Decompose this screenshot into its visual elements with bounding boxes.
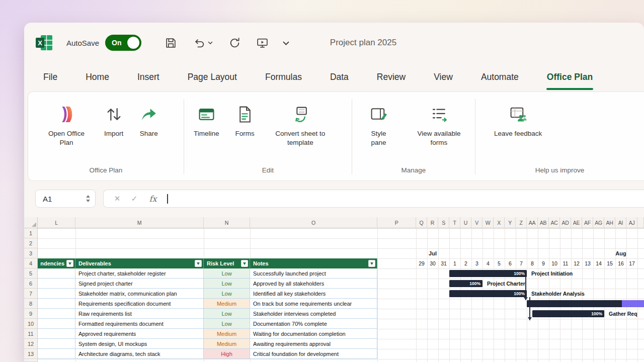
table-cell-risk[interactable]: Medium [204, 329, 250, 339]
gantt-date-15[interactable]: 15 [604, 258, 615, 268]
tab-insert[interactable]: Insert [136, 64, 160, 90]
column-header-Z[interactable]: Z [516, 217, 527, 228]
gantt-date-5[interactable]: 5 [494, 258, 505, 268]
row-header-9[interactable]: 9 [24, 309, 38, 319]
row-header-12[interactable]: 12 [24, 339, 38, 349]
table-cell-risk[interactable]: Medium [204, 299, 250, 309]
gantt-date-31[interactable]: 31 [438, 258, 449, 268]
table-cell-deliverable[interactable]: Approved requirements [75, 329, 204, 339]
ribbon-button-convert-sheet-to-template[interactable]: Convert sheet to template [265, 103, 336, 147]
row-header-6[interactable]: 6 [24, 279, 38, 289]
ribbon-button-share[interactable]: Share [134, 103, 164, 138]
gantt-date-4[interactable]: 4 [482, 258, 494, 268]
filter-dropdown-icon[interactable] [66, 260, 73, 267]
redo-icon[interactable] [228, 37, 241, 49]
table-header-ndencies[interactable]: ndencies [38, 258, 75, 268]
table-header-deliverables[interactable]: Deliverables [75, 258, 204, 268]
column-header-W[interactable]: W [482, 217, 494, 228]
table-cell-notes[interactable]: Waiting for documentation completion [250, 329, 377, 339]
present-icon[interactable] [256, 37, 269, 49]
table-cell-notes[interactable]: Awaiting requirements approval [250, 339, 377, 349]
select-all-corner[interactable] [24, 217, 38, 228]
gantt-date-9[interactable]: 9 [538, 258, 549, 268]
column-header-AF[interactable]: AF [582, 217, 593, 228]
column-header-M[interactable]: M [75, 217, 204, 228]
table-cell-notes[interactable]: On track but some requirements unclear [250, 299, 377, 309]
row-header-8[interactable]: 8 [24, 299, 38, 309]
table-cell-risk[interactable]: Low [204, 319, 250, 329]
name-box-stepper-icon[interactable] [86, 195, 90, 202]
table-cell-risk[interactable]: Low [204, 279, 250, 289]
table-cell-risk[interactable]: Low [204, 309, 250, 319]
filter-dropdown-icon[interactable] [241, 260, 248, 267]
table-cell-dependencies[interactable] [38, 349, 75, 359]
ribbon-button-timeline[interactable]: Timeline [188, 103, 225, 138]
column-header-T[interactable]: T [449, 217, 460, 228]
table-cell-dependencies[interactable] [38, 329, 75, 339]
column-header-X[interactable]: X [494, 217, 505, 228]
table-cell-notes[interactable]: Stakeholder interviews completed [250, 309, 377, 319]
table-cell-risk[interactable]: High [204, 349, 250, 359]
table-cell-risk[interactable]: Low [204, 268, 250, 279]
table-cell-dependencies[interactable] [38, 319, 75, 329]
undo-icon[interactable] [193, 37, 213, 49]
ribbon-button-leave-feedback[interactable]: Leave feedback [489, 103, 547, 138]
ribbon-button-forms[interactable]: Forms [230, 103, 260, 138]
table-cell-notes[interactable]: Approved by all stakeholders [250, 279, 377, 289]
filter-dropdown-icon[interactable] [368, 260, 375, 267]
table-header-notes[interactable]: Notes [250, 258, 377, 268]
column-header-R[interactable]: R [427, 217, 438, 228]
ribbon-button-view-available-forms[interactable]: View available forms [403, 103, 475, 147]
gantt-date-14[interactable]: 14 [593, 258, 604, 268]
gantt-date-29[interactable]: 29 [416, 258, 427, 268]
gantt-date-3[interactable]: 3 [471, 258, 482, 268]
table-cell-risk[interactable]: Low [204, 289, 250, 299]
autosave-toggle[interactable]: On [105, 35, 141, 51]
tab-office-plan[interactable]: Office Plan [546, 64, 594, 90]
save-icon[interactable] [165, 37, 177, 49]
gantt-date-30[interactable]: 30 [427, 258, 438, 268]
column-header-P[interactable]: P [377, 217, 416, 228]
gantt-date-12[interactable]: 12 [571, 258, 582, 268]
gantt-date-16[interactable]: 16 [615, 258, 626, 268]
column-header-AI[interactable]: AI [615, 217, 626, 228]
table-cell-deliverable[interactable]: Stakeholder matrix, communication plan [75, 289, 204, 299]
table-cell-deliverable[interactable]: Formatted requirements document [75, 319, 204, 329]
column-header-AH[interactable]: AH [604, 217, 615, 228]
toolbar-options-chevron-icon[interactable] [282, 39, 290, 47]
column-header-AE[interactable]: AE [571, 217, 582, 228]
table-cell-dependencies[interactable] [38, 339, 75, 349]
table-cell-deliverable[interactable]: Requirements specification document [75, 299, 204, 309]
column-header-AA[interactable]: AA [527, 217, 538, 228]
table-cell-notes[interactable]: Identified all key stakeholders [250, 289, 377, 299]
row-header-7[interactable]: 7 [24, 289, 38, 299]
gantt-date-13[interactable]: 13 [582, 258, 593, 268]
table-cell-dependencies[interactable] [38, 268, 75, 279]
table-cell-risk[interactable]: Medium [204, 339, 250, 349]
column-header-U[interactable]: U [460, 217, 471, 228]
table-cell-dependencies[interactable] [38, 299, 75, 309]
row-header-2[interactable]: 2 [24, 238, 38, 248]
gantt-date-1[interactable]: 1 [449, 258, 460, 268]
row-header-4[interactable]: 4 [24, 258, 38, 268]
tab-home[interactable]: Home [85, 64, 110, 90]
table-cell-deliverable[interactable]: System design, UI mockups [75, 339, 204, 349]
column-header-Q[interactable]: Q [416, 217, 427, 228]
column-header-N[interactable]: N [204, 217, 250, 228]
table-cell-notes[interactable]: Successfully launched project [250, 268, 377, 279]
gantt-date-11[interactable]: 11 [560, 258, 571, 268]
tab-view[interactable]: View [433, 64, 454, 90]
tab-page-layout[interactable]: Page Layout [187, 64, 238, 90]
table-cell-deliverable[interactable]: Signed project charter [75, 279, 204, 289]
enter-icon[interactable]: ✓ [126, 194, 143, 203]
column-header-AB[interactable]: AB [538, 217, 549, 228]
gantt-date-2[interactable]: 2 [460, 258, 471, 268]
tab-review[interactable]: Review [376, 64, 407, 90]
row-header-3[interactable]: 3 [24, 248, 38, 258]
column-header-L[interactable]: L [38, 217, 75, 228]
tab-file[interactable]: File [42, 64, 58, 90]
column-header-O[interactable]: O [250, 217, 377, 228]
tab-data[interactable]: Data [329, 64, 350, 90]
table-cell-deliverable[interactable]: Raw requirements list [75, 309, 204, 319]
row-header-5[interactable]: 5 [24, 268, 38, 279]
